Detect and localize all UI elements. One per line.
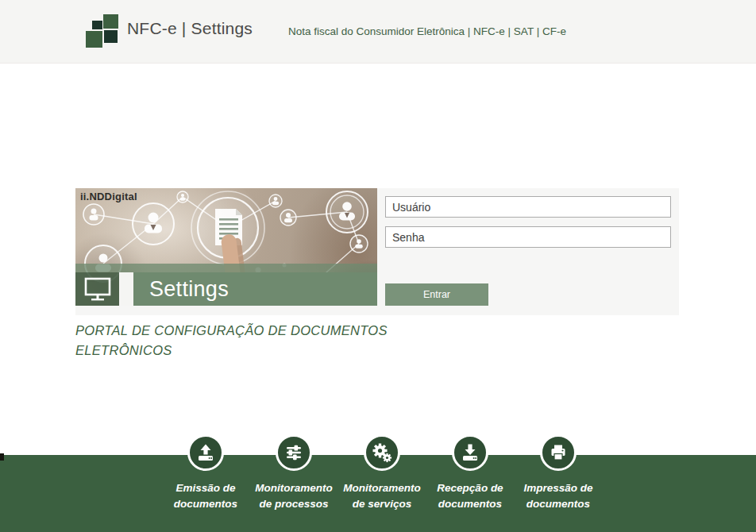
sliders-icon: [276, 434, 312, 471]
banner-overlay-strip: [75, 264, 377, 272]
banner-caption: Settings: [133, 272, 377, 306]
login-panel: ii.NDDigital Settings Entrar: [75, 188, 679, 315]
settings-banner: ii.NDDigital Settings: [75, 188, 377, 306]
page-subtitle: Nota fiscal do Consumidor Eletrônica | N…: [288, 25, 566, 37]
monitor-icon: [75, 272, 119, 306]
footer-item-impressao[interactable]: Impressão de documentos: [507, 434, 610, 512]
password-input[interactable]: [385, 226, 671, 248]
logo-square: [103, 14, 118, 29]
portal-title: PORTAL DE CONFIGURAÇÃO DE DOCUMENTOS ELE…: [75, 321, 393, 360]
page-title: NFC-e | Settings: [127, 19, 253, 38]
page: NFC-e | Settings Nota fiscal do Consumid…: [0, 0, 756, 532]
logo-square: [92, 21, 102, 29]
download-icon: [452, 434, 488, 471]
banner-caption-row: Settings: [75, 272, 377, 306]
edge-artifact: [0, 453, 4, 461]
upload-icon: [187, 434, 224, 471]
banner-gap: [119, 272, 133, 306]
logo-square: [104, 30, 118, 43]
footer-item-label: documentos: [507, 496, 610, 512]
nddigital-logo-icon: [86, 13, 121, 49]
gears-icon: [364, 434, 400, 471]
nddigital-watermark: ii.NDDigital: [80, 191, 137, 202]
username-input[interactable]: [385, 196, 671, 218]
app-header: NFC-e | Settings Nota fiscal do Consumid…: [0, 0, 756, 64]
login-button[interactable]: Entrar: [385, 283, 488, 306]
logo-square: [86, 31, 102, 48]
printer-icon: [540, 434, 577, 471]
footer-item-label: Impressão de: [507, 480, 610, 496]
footer-nav: Emissão de documentos Monitoramento de p…: [0, 455, 756, 532]
